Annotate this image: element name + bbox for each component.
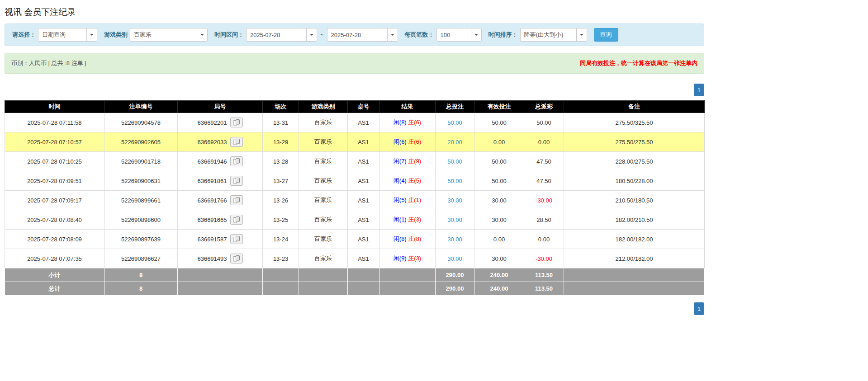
- table-row: 2025-07-28 07:10:57522690902605636692033…: [5, 132, 705, 152]
- cell-valid-bet: 30.00: [474, 191, 524, 210]
- cell-time: 2025-07-28 07:10:25: [5, 152, 104, 171]
- cell-round: 636691946: [178, 152, 263, 171]
- cell-result: 闲(7) 庄(9): [379, 152, 436, 171]
- view-cards-icon[interactable]: [230, 234, 243, 244]
- cell-game-type: 百家乐: [299, 210, 348, 230]
- bet-records-table: 时间注单编号局号场次游戏类别桌号结果总投注有效投注总派彩备注 2025-07-2…: [5, 100, 705, 296]
- cell-remark: 212.00/182.00: [564, 249, 705, 268]
- column-header-table-no: 桌号: [348, 101, 379, 113]
- cell-total-bet: 30.00: [436, 210, 474, 230]
- footer-label: 小计: [5, 268, 104, 282]
- footer-empty-cell: [379, 282, 436, 296]
- date-to-input[interactable]: [327, 28, 387, 42]
- cell-game-type: 百家乐: [299, 171, 348, 191]
- view-cards-icon[interactable]: [230, 176, 243, 186]
- cards-glyph: [233, 178, 240, 184]
- total-bet-link[interactable]: 20.00: [447, 139, 462, 146]
- cell-payout: 50.00: [524, 113, 564, 132]
- cell-game-type: 百家乐: [299, 132, 348, 152]
- query-type-input[interactable]: [38, 28, 86, 42]
- result-banker: 庄(8): [408, 235, 421, 242]
- page-button-bottom-1[interactable]: 1: [694, 302, 704, 315]
- cell-time: 2025-07-28 07:10:57: [5, 132, 104, 152]
- payout-value: 28.50: [536, 216, 551, 223]
- footer-empty-cell: [564, 268, 705, 282]
- round-number: 636691493: [197, 255, 227, 262]
- caret-down-icon: [90, 34, 94, 36]
- result-banker: 庄(3): [408, 216, 421, 223]
- footer-count: 8: [104, 268, 178, 282]
- column-header-total-bet: 总投注: [436, 101, 474, 113]
- cell-valid-bet: 0.00: [474, 132, 524, 152]
- column-header-session: 场次: [263, 101, 299, 113]
- page-button-top-1[interactable]: 1: [694, 84, 704, 96]
- date-from-dropdown-button[interactable]: [306, 28, 317, 42]
- total-bet-link[interactable]: 50.00: [447, 158, 462, 165]
- cards-glyph: [233, 158, 240, 165]
- round-number: 636691766: [197, 197, 227, 204]
- footer-valid-bet: 240.00: [474, 268, 524, 282]
- total-bet-link[interactable]: 50.00: [447, 119, 462, 126]
- view-cards-icon[interactable]: [230, 118, 243, 127]
- page-size-input[interactable]: [436, 28, 471, 42]
- cell-valid-bet: 30.00: [474, 210, 524, 230]
- total-bet-link[interactable]: 50.00: [447, 178, 462, 184]
- view-cards-icon[interactable]: [230, 254, 243, 263]
- view-cards-icon[interactable]: [230, 156, 243, 166]
- view-cards-icon[interactable]: [230, 137, 243, 147]
- pagination-top: 1: [5, 84, 704, 96]
- result-banker: 庄(6): [408, 119, 421, 126]
- cell-total-bet: 50.00: [436, 113, 474, 132]
- subtotal-row: 小计8290.00240.00113.50: [5, 268, 705, 282]
- view-cards-icon[interactable]: [230, 215, 243, 225]
- cell-payout: 0.00: [524, 230, 564, 249]
- cell-session: 13-26: [263, 191, 299, 210]
- date-from-input[interactable]: [246, 28, 306, 42]
- game-type-input[interactable]: [130, 28, 197, 42]
- cell-total-bet: 50.00: [436, 171, 474, 191]
- sort-order-input[interactable]: [520, 28, 576, 42]
- view-cards-icon[interactable]: [230, 195, 243, 205]
- cell-game-type: 百家乐: [299, 230, 348, 249]
- cell-time: 2025-07-28 07:09:17: [5, 191, 104, 210]
- page-size-dropdown-button[interactable]: [471, 28, 482, 42]
- cards-glyph: [233, 119, 240, 126]
- result-player: 闲(7): [394, 158, 407, 165]
- footer-count: 8: [104, 282, 178, 296]
- cell-time: 2025-07-28 07:07:35: [5, 249, 104, 268]
- table-body: 2025-07-28 07:11:58522690904578636692201…: [5, 113, 705, 268]
- total-bet-link[interactable]: 30.00: [447, 197, 462, 204]
- cell-remark: 182.00/182.00: [564, 230, 705, 249]
- result-banker: 庄(3): [408, 255, 421, 262]
- cards-glyph: [233, 197, 240, 203]
- cell-payout: 47.50: [524, 171, 564, 191]
- query-type-dropdown-button[interactable]: [86, 28, 97, 42]
- date-to-dropdown-button[interactable]: [387, 28, 398, 42]
- cell-bet-id: 522690900631: [104, 171, 178, 191]
- result-banker: 庄(5): [408, 177, 421, 184]
- cell-result: 闲(8) 庄(8): [379, 230, 436, 249]
- game-type-dropdown-button[interactable]: [197, 28, 208, 42]
- cell-round: 636691861: [178, 171, 263, 191]
- cell-round: 636692033: [178, 132, 263, 152]
- table-header: 时间注单编号局号场次游戏类别桌号结果总投注有效投注总派彩备注: [5, 101, 705, 113]
- sort-order-dropdown-button[interactable]: [576, 28, 587, 42]
- caret-down-icon: [200, 34, 204, 36]
- payout-value: -30.00: [536, 255, 552, 262]
- summary-notice: 同局有效投注，统一计算在该局第一张注单内: [580, 59, 697, 67]
- table-row: 2025-07-28 07:09:51522690900631636691861…: [5, 171, 705, 191]
- column-header-result: 结果: [379, 101, 436, 113]
- cell-round: 636691493: [178, 249, 263, 268]
- total-bet-link[interactable]: 30.00: [447, 216, 462, 223]
- total-bet-link[interactable]: 30.00: [447, 236, 462, 243]
- cell-session: 13-27: [263, 171, 299, 191]
- footer-total-bet: 290.00: [436, 268, 474, 282]
- cell-total-bet: 30.00: [436, 191, 474, 210]
- total-bet-link[interactable]: 30.00: [447, 255, 462, 262]
- cell-payout: -30.00: [524, 191, 564, 210]
- cell-result: 闲(6) 庄(6): [379, 132, 436, 152]
- result-banker: 庄(1): [408, 197, 421, 203]
- search-button[interactable]: 查询: [594, 28, 618, 42]
- footer-empty-cell: [263, 282, 299, 296]
- cell-table-no: AS1: [348, 152, 379, 171]
